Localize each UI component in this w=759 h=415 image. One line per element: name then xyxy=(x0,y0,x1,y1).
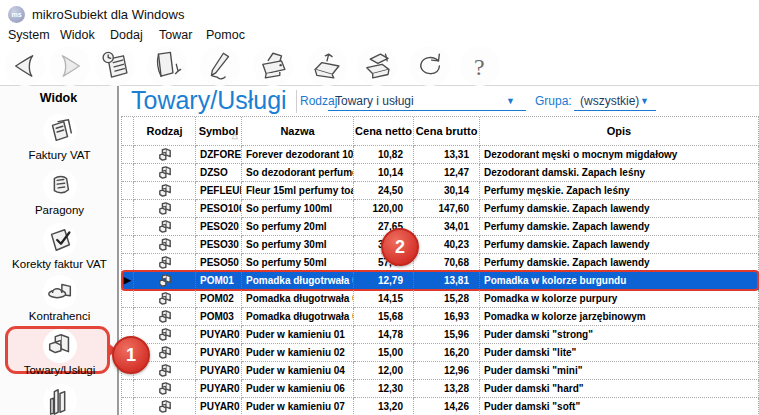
archive-icon[interactable] xyxy=(357,46,397,86)
sidebar-item-label: Korekty faktur VAT xyxy=(0,258,119,270)
cell-cena-brutto: 12,96 xyxy=(414,362,480,380)
back-icon[interactable] xyxy=(5,46,45,86)
cell-symbol: PUYAR0 xyxy=(196,326,242,344)
cell-opis: Puder damski "soft" xyxy=(480,398,759,415)
sidebar-item-reports[interactable] xyxy=(0,384,119,415)
row-indicator xyxy=(122,200,134,218)
toolbar: ? xyxy=(0,45,759,86)
chevron-down-icon[interactable]: ▼ xyxy=(640,96,649,106)
column-header-nazwa[interactable]: Nazwa xyxy=(242,117,354,146)
table-row[interactable]: PUYAR0Puder w kamieniu 0114,7815,96Puder… xyxy=(122,326,759,344)
cell-nazwa: Fleur 15ml perfumy toalet. xyxy=(242,182,354,200)
sidebar-item-label: Towary/Usługi xyxy=(0,364,119,376)
cell-cena-brutto: 147,60 xyxy=(414,200,480,218)
product-type-icon xyxy=(134,164,196,182)
table-row[interactable]: POM03Pomadka długotrwała 0315,6816,93Pom… xyxy=(122,308,759,326)
cell-cena-netto: 120,00 xyxy=(354,200,414,218)
table-row[interactable]: PESO30So perfumy 30ml32,7140,23Perfumy d… xyxy=(122,236,759,254)
product-type-icon xyxy=(134,272,196,290)
grupa-label: Grupa: xyxy=(535,94,572,108)
sidebar-item-kontrahenci[interactable]: Kontrahenci xyxy=(0,275,119,322)
sidebar-item-towary-usługi[interactable]: Towary/Usługi xyxy=(0,329,119,376)
goods-icon xyxy=(43,329,77,363)
invoices-icon xyxy=(43,114,77,148)
column-header-opis[interactable]: Opis xyxy=(480,117,759,146)
table-row[interactable]: PESO50So perfumy 50ml57,4670,68Perfumy d… xyxy=(122,254,759,272)
sidebar-item-korekty-faktur-vat[interactable]: Korekty faktur VAT xyxy=(0,223,119,270)
row-indicator xyxy=(122,398,134,415)
refresh-icon[interactable] xyxy=(410,46,450,86)
cell-nazwa: Puder w kamieniu 02 xyxy=(242,344,354,362)
table-row[interactable]: PEFLEURFleur 15ml perfumy toalet.24,5030… xyxy=(122,182,759,200)
cell-nazwa: Pomadka długotrwała 03 xyxy=(242,308,354,326)
table-row[interactable]: PUYAR0Puder w kamieniu 0215,0016,20Puder… xyxy=(122,344,759,362)
cell-cena-netto: 12,30 xyxy=(354,380,414,398)
menu-widok[interactable]: Widok xyxy=(60,28,95,42)
cell-nazwa: Forever dezodorant 100ml xyxy=(242,146,354,164)
row-indicator xyxy=(122,218,134,236)
sidebar-item-faktury-vat[interactable]: Faktury VAT xyxy=(0,114,119,161)
svg-text:?: ? xyxy=(474,54,485,80)
cell-nazwa: So perfumy 100ml xyxy=(242,200,354,218)
table-row[interactable]: PUYAR0Puder w kamieniu 0412,0012,96Puder… xyxy=(122,362,759,380)
annotation-badge-2: 2 xyxy=(381,228,419,266)
cell-cena-brutto: 34,01 xyxy=(414,218,480,236)
cell-cena-brutto: 16,20 xyxy=(414,344,480,362)
app-window: ms mikroSubiekt dla Windows SystemWidokD… xyxy=(0,0,759,415)
export-icon[interactable] xyxy=(307,46,347,86)
cell-cena-netto: 13,20 xyxy=(354,398,414,415)
menu-pomoc[interactable]: Pomoc xyxy=(206,28,245,42)
column-header-rodzaj[interactable]: Rodzaj xyxy=(134,117,196,146)
cell-symbol: PUYAR0 xyxy=(196,362,242,380)
chevron-down-icon[interactable]: ▼ xyxy=(506,96,515,106)
product-type-icon xyxy=(134,200,196,218)
forward-icon[interactable] xyxy=(50,46,90,86)
row-indicator: ▶ xyxy=(122,272,134,290)
sidebar-item-label: Kontrahenci xyxy=(0,310,119,322)
page-title: Towary/Usługi xyxy=(131,86,287,115)
cell-symbol: PESO50 xyxy=(196,254,242,272)
table-row[interactable]: PESO20So perfumy 20ml27,6534,01Perfumy d… xyxy=(122,218,759,236)
menu-dodaj[interactable]: Dodaj xyxy=(110,28,143,42)
table-row-selected[interactable]: ▶POM01Pomadka długotrwała 0112,7913,81Po… xyxy=(122,272,759,290)
product-type-icon xyxy=(134,236,196,254)
cell-cena-netto: 10,82 xyxy=(354,146,414,164)
edit-icon[interactable] xyxy=(200,46,240,86)
window-title: mikroSubiekt dla Windows xyxy=(32,7,184,22)
column-header-cena-brutto[interactable]: Cena brutto xyxy=(414,117,480,146)
cell-cena-brutto: 13,28 xyxy=(414,380,480,398)
tasks-icon[interactable] xyxy=(95,46,135,86)
cell-symbol: POM02 xyxy=(196,290,242,308)
column-header-symbol[interactable]: Symbol△ xyxy=(196,117,242,146)
sort-indicator-icon: △ xyxy=(232,131,238,140)
table-row[interactable]: POM02Pomadka długotrwała 0214,1515,28Pom… xyxy=(122,290,759,308)
main-panel: Towary/Usługi Rodzaj Towary i usługi ▼ G… xyxy=(121,86,759,415)
cell-opis: Pomadka w kolorze purpury xyxy=(480,290,759,308)
table-row[interactable]: DZFOREForever dezodorant 100ml10,8213,31… xyxy=(122,146,759,164)
print-icon[interactable] xyxy=(253,46,293,86)
rodzaj-dropdown-value[interactable]: Towary i usługi xyxy=(335,94,414,108)
column-header xyxy=(122,117,134,146)
cell-cena-brutto: 30,14 xyxy=(414,182,480,200)
cell-cena-netto: 12,79 xyxy=(354,272,414,290)
cell-opis: Perfumy damskie. Zapach lawendy xyxy=(480,254,759,272)
help-icon[interactable]: ? xyxy=(460,46,500,86)
cell-cena-netto: 14,15 xyxy=(354,290,414,308)
menu-system[interactable]: System xyxy=(8,28,50,42)
table-row[interactable]: PUYAR0Puder w kamieniu 0612,3013,28Puder… xyxy=(122,380,759,398)
cell-symbol: PESO20 xyxy=(196,218,242,236)
new-document-icon[interactable] xyxy=(147,46,187,86)
table-row[interactable]: DZSOSo dezodorant perfumowany10,1412,47D… xyxy=(122,164,759,182)
column-header-cena-netto[interactable]: Cena netto xyxy=(354,117,414,146)
cell-nazwa: Puder w kamieniu 04 xyxy=(242,362,354,380)
product-type-icon xyxy=(134,182,196,200)
sidebar-item-label: Faktury VAT xyxy=(0,149,119,161)
cell-opis: Puder damski "mini" xyxy=(480,362,759,380)
sidebar-item-paragony[interactable]: Paragony xyxy=(0,169,119,216)
cell-cena-netto: 12,00 xyxy=(354,362,414,380)
cell-symbol: DZSO xyxy=(196,164,242,182)
table-row[interactable]: PESO100So perfumy 100ml120,00147,60Perfu… xyxy=(122,200,759,218)
grupa-dropdown-value[interactable]: (wszystkie) xyxy=(580,94,639,108)
table-row[interactable]: PUYAR0Puder w kamieniu 0713,2014,26Puder… xyxy=(122,398,759,415)
menu-towar[interactable]: Towar xyxy=(159,28,192,42)
